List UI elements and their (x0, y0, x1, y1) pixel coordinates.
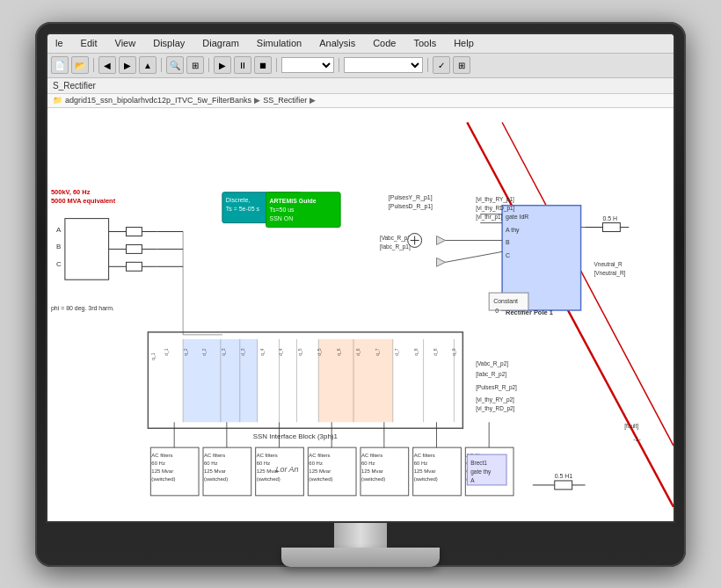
svg-text:[vl_thy_RY_p2]: [vl_thy_RY_p2] (476, 396, 514, 403)
svg-text:d_6: d_6 (356, 348, 360, 356)
svg-text:AC filters: AC filters (361, 453, 382, 458)
svg-text:d_3: d_3 (241, 348, 245, 356)
toolbar-mode-dropdown[interactable]: Normal (344, 57, 423, 73)
svg-text:A: A (470, 476, 475, 483)
svg-text:AC filters: AC filters (309, 453, 330, 458)
toolbar-btn-fwd[interactable]: ▶ (119, 56, 136, 74)
svg-text:d_2: d_2 (202, 348, 207, 356)
svg-text:q_7: q_7 (375, 348, 380, 356)
svg-text:60 Hz: 60 Hz (257, 461, 271, 466)
svg-text:[Iabc_R_p2]: [Iabc_R_p2] (476, 370, 506, 377)
svg-text:60 Hz: 60 Hz (361, 461, 375, 466)
svg-text:(switched): (switched) (361, 475, 385, 481)
svg-text:d_5: d_5 (317, 348, 322, 356)
svg-text:Discrete,: Discrete, (226, 196, 251, 202)
stand-neck (334, 523, 387, 548)
svg-text:[PulsesR_R_p2]: [PulsesR_R_p2] (476, 383, 517, 390)
svg-text:(switched): (switched) (204, 475, 228, 481)
svg-text:125 Mvar: 125 Mvar (204, 468, 226, 473)
toolbar-btn-fit[interactable]: ⊞ (186, 56, 204, 74)
menu-bar: le Edit View Display Diagram Simulation … (47, 34, 674, 54)
toolbar-btn-back[interactable]: ◀ (98, 56, 116, 74)
svg-text:q_8: q_8 (414, 348, 419, 356)
svg-text:125 Mvar: 125 Mvar (414, 468, 436, 473)
breadcrumb-separator2: ▶ (310, 96, 316, 105)
toolbar-btn-check[interactable]: ✓ (433, 56, 450, 74)
monitor-outer: le Edit View Display Diagram Simulation … (35, 22, 686, 567)
menu-item-analysis[interactable]: Analysis (315, 36, 360, 50)
svg-text:500kV, 60 Hz: 500kV, 60 Hz (51, 187, 91, 195)
toolbar-btn-stop[interactable]: ⏹ (254, 56, 272, 74)
svg-text:[vl_thy_RD_p1]: [vl_thy_RD_p1] (476, 204, 514, 211)
svg-text:AC filters: AC filters (257, 453, 278, 458)
svg-text:d_4: d_4 (279, 348, 283, 356)
breadcrumb-separator: ▶ (254, 96, 260, 105)
menu-item-le[interactable]: le (51, 36, 68, 50)
svg-text:ARTEMIS Guide: ARTEMIS Guide (270, 197, 317, 203)
menu-item-view[interactable]: View (111, 36, 141, 50)
svg-text:q_6: q_6 (337, 348, 341, 356)
svg-text:gate  IdR: gate IdR (506, 213, 528, 220)
svg-text:C: C (506, 252, 510, 258)
svg-text:[PulsesD_R_p1]: [PulsesD_R_p1] (389, 202, 433, 209)
svg-text:C: C (56, 260, 62, 268)
toolbar-btn-up[interactable]: ▲ (139, 56, 157, 74)
breadcrumb-path[interactable]: adgrid15_ssn_bipolarhvdc12p_ITVC_5w_Filt… (65, 96, 251, 105)
svg-text:(switched): (switched) (257, 475, 280, 481)
svg-text:d_8: d_8 (433, 348, 438, 356)
screen-content: le Edit View Display Diagram Simulation … (47, 34, 674, 521)
menu-item-diagram[interactable]: Diagram (198, 36, 244, 50)
svg-text:-1-: -1- (633, 436, 641, 442)
menu-item-code[interactable]: Code (368, 36, 400, 50)
svg-text:60 Hz: 60 Hz (204, 461, 218, 466)
svg-text:[vl_thy_RD_p2]: [vl_thy_RD_p2] (476, 405, 514, 412)
svg-text:125 Mvar: 125 Mvar (361, 468, 383, 473)
svg-text:125 Mvar: 125 Mvar (151, 468, 173, 473)
svg-text:0: 0 (495, 308, 499, 314)
menu-item-help[interactable]: Help (449, 36, 478, 50)
svg-text:Brect1: Brect1 (470, 460, 487, 466)
svg-text:B: B (56, 243, 61, 250)
toolbar-btn-grid[interactable]: ⊞ (453, 56, 470, 74)
svg-text:SSN ON: SSN ON (270, 214, 294, 221)
menu-item-edit[interactable]: Edit (76, 36, 102, 50)
svg-text:q_5: q_5 (298, 348, 302, 356)
breadcrumb: 📁 adgrid15_ssn_bipolarhvdc12p_ITVC_5w_Fi… (47, 94, 674, 108)
toolbar-btn-new[interactable]: 📄 (51, 56, 69, 74)
toolbar-btn-run[interactable]: ▶ (214, 56, 231, 74)
breadcrumb-current[interactable]: SS_Rectifier (263, 96, 307, 105)
stand-base (281, 548, 440, 567)
svg-text:gate  thy: gate thy (470, 468, 492, 475)
svg-text:5000 MVA equivalent: 5000 MVA equivalent (51, 196, 116, 204)
toolbar-zoom-dropdown[interactable]: 6 (281, 57, 334, 73)
svg-text:60 Hz: 60 Hz (151, 461, 165, 466)
menu-item-display[interactable]: Display (149, 36, 189, 50)
svg-rect-50 (183, 338, 258, 421)
svg-text:[vl_thy_RY_p1]: [vl_thy_RY_p1] (476, 195, 514, 202)
diagram-main: A B C 500kV, 60 Hz (47, 108, 674, 521)
svg-text:(switched): (switched) (414, 475, 438, 481)
svg-text:d_1: d_1 (164, 348, 169, 356)
svg-text:0.5 H: 0.5 H (602, 214, 617, 221)
menu-item-simulation[interactable]: Simulation (252, 36, 306, 50)
toolbar-btn-pause[interactable]: ⏸ (234, 56, 251, 74)
svg-text:A: A (56, 225, 62, 233)
svg-text:(switched): (switched) (309, 475, 332, 481)
svg-text:[Iabc_R_p1]: [Iabc_R_p1] (380, 243, 411, 250)
screen: le Edit View Display Diagram Simulation … (47, 34, 674, 521)
breadcrumb-icon: 📁 (53, 96, 62, 105)
svg-text:AC filters: AC filters (414, 453, 435, 458)
svg-text:[Vneutral_R]: [Vneutral_R] (594, 270, 626, 277)
svg-text:(switched): (switched) (151, 475, 175, 481)
svg-text:AC filters: AC filters (204, 453, 225, 458)
svg-text:Constant: Constant (493, 298, 518, 304)
screen-bezel: le Edit View Display Diagram Simulation … (46, 33, 675, 523)
menu-item-tools[interactable]: Tools (409, 36, 441, 50)
toolbar-btn-zoom[interactable]: 🔍 (166, 56, 184, 74)
svg-text:q_2: q_2 (184, 348, 188, 356)
svg-text:q_4: q_4 (260, 348, 265, 356)
toolbar-btn-open[interactable]: 📂 (71, 56, 89, 74)
svg-text:A  thy: A thy (506, 226, 520, 233)
svg-text:[PulsesY_R_p1]: [PulsesY_R_p1] (389, 193, 433, 200)
svg-text:[Vabc_R_p2]: [Vabc_R_p2] (476, 359, 508, 367)
